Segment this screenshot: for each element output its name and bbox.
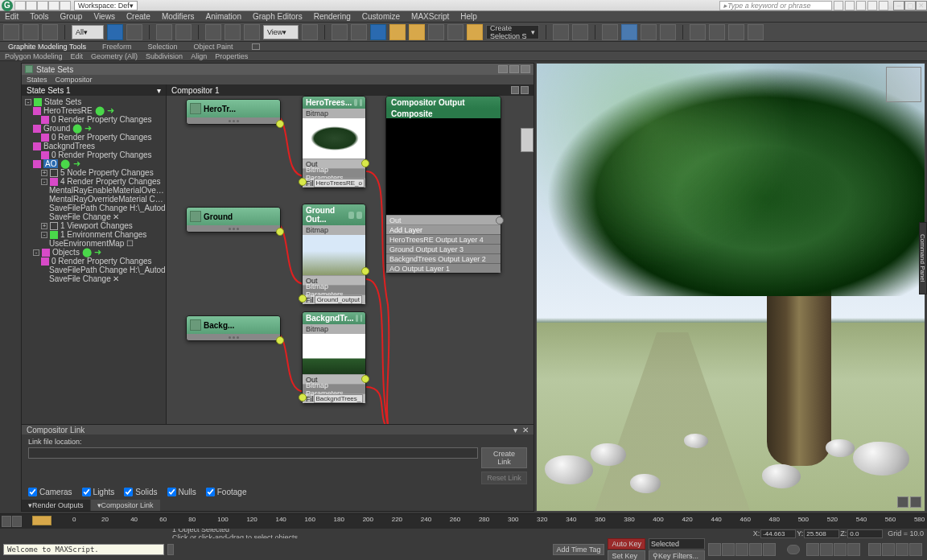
tree-row[interactable]: 0 Render Property Changes: [22, 115, 166, 124]
link-icon[interactable]: [3, 24, 19, 40]
nav-orbit-icon[interactable]: [834, 543, 847, 556]
nav2-icon-2[interactable]: [882, 543, 895, 556]
menu-customize[interactable]: Customize: [362, 12, 400, 21]
timeline[interactable]: 0204060801001201401601802002202402602803…: [0, 514, 927, 529]
compositor-canvas[interactable]: HeroTr... Ground Backg...: [167, 96, 534, 424]
keyboard-icon[interactable]: [351, 24, 367, 40]
schematic-view-icon[interactable]: [641, 24, 657, 40]
check-solids[interactable]: Solids: [124, 488, 157, 496]
move-icon[interactable]: [205, 24, 221, 40]
selected-combo[interactable]: Selected: [649, 538, 705, 550]
tree-row[interactable]: HeroTreesRE ⬤ ➜: [22, 106, 166, 115]
snap-toggle-icon[interactable]: [370, 24, 386, 40]
curve-editor-icon[interactable]: [621, 24, 637, 40]
select-object-icon[interactable]: [107, 24, 123, 40]
qat-undo-icon[interactable]: [48, 1, 60, 10]
tray-icon-1[interactable]: [834, 1, 843, 10]
tree-row[interactable]: Ground ⬤ ➜: [22, 124, 166, 133]
next-frame-icon[interactable]: [749, 543, 762, 556]
link-file-input[interactable]: [28, 447, 478, 459]
vp-icon-1[interactable]: [897, 496, 908, 508]
tree-row[interactable]: -1 Environment Changes: [22, 230, 166, 239]
viewport[interactable]: [536, 63, 925, 512]
select-rect-icon[interactable]: [156, 24, 172, 40]
coord-x[interactable]: -44.663: [760, 529, 796, 538]
nav2-icon-3[interactable]: [896, 543, 908, 556]
ss-max-icon[interactable]: [509, 65, 519, 73]
ribbon-sub-align[interactable]: Align: [191, 52, 207, 60]
node-ground-simple[interactable]: Ground: [186, 207, 281, 233]
key-mode-icon[interactable]: [787, 545, 800, 554]
tree-row[interactable]: SaveFilePath Change H:\_Autod: [22, 204, 166, 212]
comp-close-icon[interactable]: [521, 86, 529, 94]
tray-icon-3[interactable]: [856, 1, 866, 10]
tree-row[interactable]: SaveFilePath Change H:\_Autod: [22, 266, 166, 274]
workspace-dropdown[interactable]: Workspace: Def ▾: [74, 1, 138, 10]
coord-y[interactable]: 25.508: [804, 529, 839, 538]
state-sets-titlebar[interactable]: State Sets: [22, 64, 534, 75]
render-prod-icon[interactable]: [748, 24, 764, 40]
port-out[interactable]: [276, 120, 284, 128]
tree-row[interactable]: -4 Render Property Changes: [22, 177, 166, 186]
menu-tools[interactable]: Tools: [30, 12, 48, 21]
port-in[interactable]: [299, 178, 307, 186]
tab-render-outputs[interactable]: ▾ Render Outputs: [22, 500, 90, 511]
goto-end-icon[interactable]: [763, 543, 776, 556]
ribbon-tab-freeform[interactable]: Freeform: [102, 43, 132, 51]
window-crossing-icon[interactable]: [175, 24, 192, 40]
port-in[interactable]: [299, 393, 307, 401]
prev-frame-icon[interactable]: [722, 543, 735, 556]
check-cameras[interactable]: Cameras: [28, 488, 72, 496]
play-icon[interactable]: [735, 543, 748, 556]
app-icon[interactable]: G: [2, 0, 13, 11]
ribbon-sub-subdiv[interactable]: Subdivision: [146, 52, 183, 60]
command-panel-tab[interactable]: Command Panel: [919, 222, 927, 294]
comp-dd-icon[interactable]: [511, 86, 519, 94]
maximize-icon[interactable]: ▢: [904, 1, 916, 10]
maxscript-listener[interactable]: Welcome to MAXScript.: [3, 544, 164, 555]
node-hero-output[interactable]: HeroTrees... Bitmap Out Bitmap Parameter…: [302, 96, 366, 188]
ss-tab-compositor[interactable]: Compositor: [56, 76, 93, 84]
add-time-tag[interactable]: Add Time Tag: [553, 544, 605, 555]
ref-coord-combo[interactable]: View ▾: [263, 25, 299, 39]
selection-filter-combo[interactable]: All ▾: [72, 25, 104, 39]
setkey-button[interactable]: Set Key: [608, 550, 645, 561]
time-config2-icon[interactable]: [12, 516, 22, 527]
tree-row[interactable]: MentalRayOverrideMaterial Change: [22, 195, 166, 204]
tray-icon-star[interactable]: [867, 1, 877, 10]
dock-handle[interactable]: [521, 128, 534, 152]
tree-row[interactable]: +5 Node Property Changes: [22, 168, 166, 177]
qat-new-icon[interactable]: [14, 1, 26, 10]
scale-icon[interactable]: [244, 24, 260, 40]
align-icon[interactable]: [572, 24, 588, 40]
angle-snap-icon[interactable]: [389, 24, 406, 40]
port-out[interactable]: [276, 336, 284, 344]
tab-compositor-link[interactable]: ▾ Compositor Link: [91, 500, 160, 511]
mirror-tool-icon[interactable]: [553, 24, 569, 40]
material-editor-icon[interactable]: [660, 24, 676, 40]
vp-icon-2[interactable]: [910, 496, 921, 508]
tree-row[interactable]: BackgndTrees: [22, 142, 166, 150]
rotate-icon[interactable]: [225, 24, 241, 40]
bind-icon[interactable]: [42, 24, 58, 40]
check-nulls[interactable]: Nulls: [167, 488, 196, 496]
tree-row[interactable]: MentalRayEnableMaterialOverride Cha...: [22, 186, 166, 195]
render-frame-icon[interactable]: [709, 24, 725, 40]
tree-row[interactable]: AO ⬤ ➜: [22, 159, 166, 168]
render-icon[interactable]: [728, 24, 744, 40]
ribbon-sub-properties[interactable]: Properties: [215, 52, 248, 60]
menu-modifiers[interactable]: Modifiers: [162, 12, 195, 21]
tree-row[interactable]: -Objects ⬤ ➜: [22, 248, 166, 257]
menu-help[interactable]: Help: [460, 12, 477, 21]
state-tree[interactable]: -State SetsHeroTreesRE ⬤ ➜0 Render Prope…: [22, 96, 166, 285]
ribbon-tab-objectpaint[interactable]: Object Paint: [193, 43, 233, 51]
spinner-snap-icon[interactable]: [428, 24, 444, 40]
port-out[interactable]: [361, 159, 369, 167]
menu-group[interactable]: Group: [60, 12, 83, 21]
time-config-icon[interactable]: [2, 516, 11, 527]
named-selection-combo[interactable]: Create Selection S ▾: [486, 25, 539, 39]
unlink-icon[interactable]: [23, 24, 39, 40]
menu-graph-editors[interactable]: Graph Editors: [253, 12, 303, 21]
nav2-icon-4[interactable]: [909, 543, 922, 556]
node-back-simple[interactable]: Backg...: [186, 315, 281, 341]
